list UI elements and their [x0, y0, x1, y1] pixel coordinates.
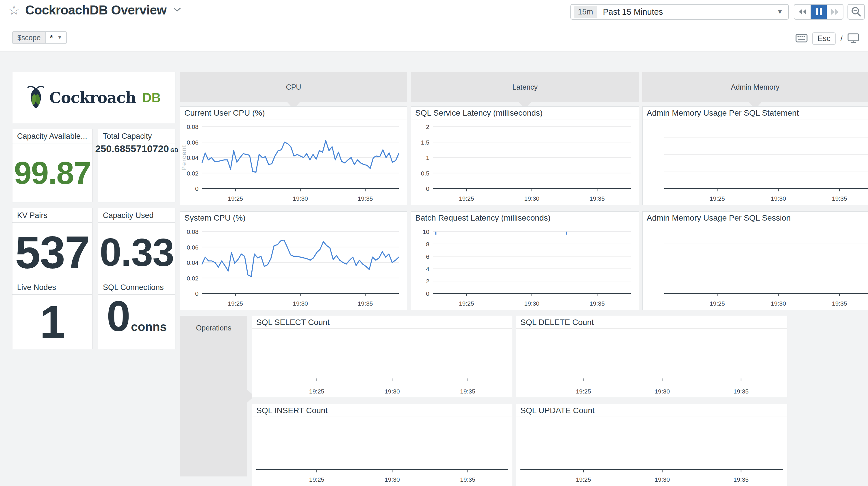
chart-title: Admin Memory Usage Per SQL Statement [643, 107, 868, 119]
rewind-button[interactable] [794, 5, 810, 19]
svg-text:19:35: 19:35 [460, 476, 475, 483]
svg-text:19:25: 19:25 [309, 476, 324, 483]
fullscreen-monitor-icon[interactable] [847, 33, 859, 45]
fast-forward-button[interactable] [827, 5, 843, 19]
svg-text:0: 0 [195, 290, 198, 297]
svg-text:19:35: 19:35 [589, 195, 605, 202]
chart-canvas: 0.080.060.040.02019:2519:3019:35 [180, 225, 407, 310]
time-range-selector[interactable]: 15m Past 15 Minutes ▼ [570, 4, 789, 20]
keyboard-icon[interactable] [796, 33, 808, 44]
favorite-star-icon[interactable]: ☆ [8, 3, 20, 17]
chart-sql-insert-count[interactable]: SQL INSERT Count 19:2519:3019:35 [252, 404, 512, 486]
svg-text:19:30: 19:30 [524, 195, 539, 202]
svg-text:19:25: 19:25 [309, 388, 324, 395]
chart-title: Current User CPU (%) [180, 107, 407, 119]
svg-text:2: 2 [426, 278, 429, 285]
svg-text:Percent: Percent [180, 145, 188, 171]
svg-text:0: 0 [195, 185, 198, 192]
chart-system-cpu[interactable]: System CPU (%) 0.080.060.040.02019:2519:… [180, 211, 407, 310]
chart-canvas: 19:2519:3019:35 [516, 417, 787, 486]
playback-controls [794, 4, 843, 20]
svg-text:0.04: 0.04 [187, 259, 198, 266]
time-range-caret-icon: ▼ [777, 8, 783, 16]
svg-text:1.5: 1.5 [421, 139, 429, 146]
svg-text:0: 0 [426, 185, 429, 192]
chart-canvas: 108642019:2519:3019:35 [411, 225, 639, 310]
svg-text:19:30: 19:30 [655, 388, 670, 395]
svg-text:19:25: 19:25 [459, 300, 474, 307]
svg-text:19:30: 19:30 [655, 476, 670, 483]
stat-value: 1 [40, 299, 65, 345]
svg-text:19:35: 19:35 [589, 300, 605, 307]
chart-canvas: 0.080.060.040.02019:2519:3019:35Percent [180, 120, 407, 205]
stat-capacity-available[interactable]: Capacity Available... 99.87 [12, 128, 92, 202]
stat-title: Capacity Used [98, 208, 175, 223]
time-range-label: Past 15 Minutes [603, 7, 777, 17]
group-label: Latency [512, 83, 538, 91]
svg-text:19:35: 19:35 [358, 195, 373, 202]
stat-title: Capacity Available... [12, 129, 92, 143]
svg-text:19:30: 19:30 [293, 300, 308, 307]
scope-value-text: * [50, 33, 53, 42]
chart-current-user-cpu[interactable]: Current User CPU (%) 0.080.060.040.02019… [180, 106, 407, 205]
group-label: Admin Memory [731, 83, 779, 91]
zoom-out-button[interactable] [847, 4, 865, 20]
svg-text:0.08: 0.08 [187, 228, 198, 235]
title-chevron-down-icon[interactable] [173, 7, 182, 13]
pause-button[interactable] [810, 5, 827, 19]
svg-text:6: 6 [426, 253, 429, 260]
template-variable-scope[interactable]: $scope *▼ [12, 31, 67, 44]
chart-title: System CPU (%) [180, 211, 407, 224]
chart-title: SQL UPDATE Count [516, 404, 787, 417]
svg-text:0.04: 0.04 [187, 154, 198, 161]
stat-live-nodes[interactable]: Live Nodes 1 [12, 280, 92, 349]
svg-text:2: 2 [426, 123, 429, 130]
chart-batch-request-latency[interactable]: Batch Request Latency (milliseconds) 108… [411, 211, 639, 310]
svg-text:19:30: 19:30 [524, 300, 539, 307]
chart-canvas: 19:2519:3019:35 [252, 329, 512, 398]
svg-text:10: 10 [423, 228, 429, 235]
stat-value: 0 [106, 295, 130, 338]
svg-text:19:35: 19:35 [832, 195, 847, 202]
stat-capacity-used[interactable]: Capacity Used 0.33 [98, 208, 176, 282]
stat-title: Live Nodes [12, 280, 92, 295]
stat-total-capacity[interactable]: Total Capacity 250.6855710720GB [98, 128, 176, 202]
chart-sql-delete-count[interactable]: SQL DELETE Count 19:2519:3019:35 [516, 316, 787, 398]
group-label: CPU [286, 83, 301, 91]
svg-text:19:25: 19:25 [710, 300, 725, 307]
group-header-admin-memory: Admin Memory [642, 72, 868, 102]
chart-admin-memory-statement[interactable]: Admin Memory Usage Per SQL Statement 19:… [642, 106, 868, 205]
chart-admin-memory-session[interactable]: Admin Memory Usage Per SQL Session 19:25… [642, 211, 868, 310]
svg-text:19:30: 19:30 [293, 195, 308, 202]
shortcut-hints: Esc / [796, 32, 859, 45]
svg-text:19:25: 19:25 [576, 388, 591, 395]
svg-text:1: 1 [426, 154, 429, 161]
svg-text:19:25: 19:25 [228, 195, 243, 202]
stat-value: 0.33 [100, 232, 174, 272]
chart-sql-select-count[interactable]: SQL SELECT Count 19:2519:3019:35 [252, 316, 512, 398]
logo-suffix: DB [143, 90, 161, 105]
chart-title: Admin Memory Usage Per SQL Session [643, 211, 868, 224]
svg-text:19:35: 19:35 [460, 388, 475, 395]
svg-text:0.06: 0.06 [187, 244, 198, 251]
svg-text:19:30: 19:30 [771, 300, 786, 307]
svg-text:0.02: 0.02 [187, 275, 198, 282]
esc-key[interactable]: Esc [812, 32, 836, 45]
svg-text:19:25: 19:25 [459, 195, 474, 202]
stat-sql-connections[interactable]: SQL Connections 0conns [98, 280, 176, 349]
svg-text:19:35: 19:35 [832, 300, 847, 307]
stat-kv-pairs[interactable]: KV Pairs 537 [12, 208, 92, 282]
chart-title: SQL INSERT Count [252, 404, 512, 417]
svg-text:19:25: 19:25 [228, 300, 243, 307]
chart-sql-service-latency[interactable]: SQL Service Latency (milliseconds) 21.51… [411, 106, 639, 205]
svg-text:19:25: 19:25 [710, 195, 725, 202]
svg-text:4: 4 [426, 265, 429, 272]
scope-value: *▼ [46, 32, 66, 44]
slash-separator: / [840, 34, 843, 44]
cockroachdb-logo-widget[interactable]: CockroachDB [12, 72, 176, 123]
svg-text:0: 0 [426, 290, 429, 297]
chart-title: SQL SELECT Count [252, 316, 512, 329]
svg-text:19:30: 19:30 [771, 195, 786, 202]
time-range-badge: 15m [574, 6, 597, 18]
chart-sql-update-count[interactable]: SQL UPDATE Count 19:2519:3019:35 [516, 404, 787, 486]
